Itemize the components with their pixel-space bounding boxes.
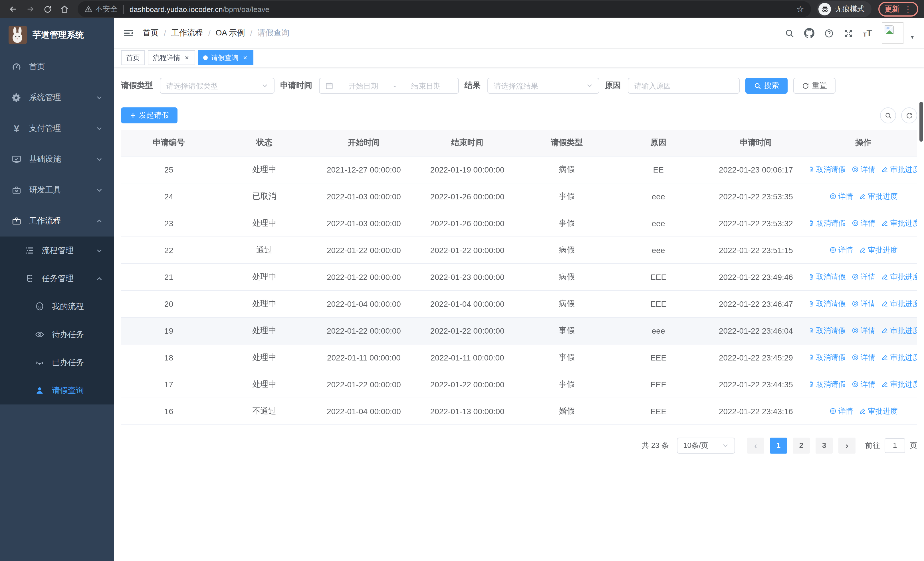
security-warning[interactable]: 不安全 bbox=[84, 4, 118, 14]
detail-action-link[interactable]: 详情 bbox=[852, 325, 876, 335]
page-size-value[interactable] bbox=[683, 441, 718, 450]
sidebar-item-label: 任务管理 bbox=[42, 273, 96, 284]
leave-type-select[interactable] bbox=[160, 78, 274, 94]
sidebar-item-my-process[interactable]: 我的流程 bbox=[0, 292, 114, 320]
search-icon[interactable] bbox=[785, 28, 795, 38]
close-icon[interactable]: × bbox=[184, 54, 190, 62]
page-button-2[interactable]: 2 bbox=[793, 437, 810, 453]
detail-action-link[interactable]: 详情 bbox=[852, 298, 876, 309]
browser-menu-icon[interactable]: ⋮ bbox=[904, 5, 912, 14]
incognito-label: 无痕模式 bbox=[835, 4, 865, 14]
sidebar-item-system[interactable]: 系统管理 bbox=[0, 82, 114, 113]
reset-button[interactable]: 重置 bbox=[793, 78, 836, 94]
sidebar-item-devtools[interactable]: 研发工具 bbox=[0, 175, 114, 206]
sidebar-item-process-management[interactable]: 流程管理 bbox=[0, 236, 114, 265]
cancel-action-link[interactable]: 取消请假 bbox=[810, 298, 846, 309]
create-leave-button[interactable]: 发起请假 bbox=[121, 107, 177, 123]
browser-forward-icon[interactable] bbox=[23, 2, 38, 17]
cancel-action-link[interactable]: 取消请假 bbox=[810, 325, 846, 335]
cancel-action-link[interactable]: 取消请假 bbox=[810, 164, 846, 174]
reason-input[interactable] bbox=[634, 81, 734, 90]
cancel-action-link[interactable]: 取消请假 bbox=[810, 272, 846, 282]
github-icon[interactable] bbox=[804, 28, 814, 38]
sidebar-item-label: 支付管理 bbox=[29, 123, 96, 134]
progress-action-link[interactable]: 审批进度 bbox=[881, 298, 917, 309]
progress-action-link[interactable]: 审批进度 bbox=[881, 218, 917, 228]
help-icon[interactable] bbox=[824, 28, 834, 38]
search-button[interactable]: 搜索 bbox=[746, 78, 788, 94]
fullscreen-icon[interactable] bbox=[843, 28, 853, 38]
trash-icon bbox=[810, 300, 814, 307]
sidebar-item-leave-query[interactable]: 请假查询 bbox=[0, 376, 114, 405]
detail-action-link[interactable]: 详情 bbox=[852, 218, 876, 228]
cell-end: 2022-01-04 00:00:00 bbox=[416, 290, 519, 317]
page-button-3[interactable]: 3 bbox=[816, 437, 832, 453]
progress-action-link[interactable]: 审批进度 bbox=[881, 379, 917, 390]
sidebar-item-home[interactable]: 首页 bbox=[0, 51, 114, 82]
detail-action-link[interactable]: 详情 bbox=[829, 406, 853, 416]
breadcrumb-item[interactable]: 首页 bbox=[142, 28, 159, 38]
font-size-icon[interactable]: TT bbox=[863, 29, 872, 38]
page-scrollbar[interactable] bbox=[920, 102, 923, 142]
omnibox-divider bbox=[123, 5, 124, 14]
detail-action-link[interactable]: 详情 bbox=[829, 191, 853, 202]
progress-action-link[interactable]: 审批进度 bbox=[859, 191, 898, 202]
browser-home-icon[interactable] bbox=[57, 2, 72, 17]
result-select[interactable] bbox=[488, 78, 599, 94]
detail-action-link[interactable]: 详情 bbox=[852, 379, 876, 390]
date-start-input[interactable] bbox=[337, 81, 390, 90]
progress-action-link[interactable]: 审批进度 bbox=[859, 406, 898, 416]
detail-action-link[interactable]: 详情 bbox=[852, 164, 876, 174]
page-size-select[interactable] bbox=[677, 437, 735, 453]
close-icon[interactable]: × bbox=[242, 54, 248, 62]
detail-action-link[interactable]: 详情 bbox=[852, 272, 876, 282]
chevron-down-icon bbox=[96, 125, 103, 132]
prev-page-button[interactable]: ‹ bbox=[747, 437, 764, 453]
browser-update-button[interactable]: 更新 ⋮ bbox=[878, 2, 918, 17]
url-host: dashboard.yudao.iocoder.cn bbox=[129, 5, 223, 14]
browser-back-icon[interactable] bbox=[6, 2, 21, 17]
avatar[interactable] bbox=[882, 22, 903, 44]
breadcrumb-item[interactable]: OA 示例 bbox=[216, 28, 245, 38]
sidebar-item-todo-tasks[interactable]: 待办任务 bbox=[0, 320, 114, 349]
progress-action-link[interactable]: 审批进度 bbox=[881, 352, 917, 362]
cancel-action-link[interactable]: 取消请假 bbox=[810, 352, 846, 362]
date-end-input[interactable] bbox=[399, 81, 453, 90]
sidebar-item-workflow[interactable]: 工作流程 bbox=[0, 206, 114, 236]
browser-reload-icon[interactable] bbox=[40, 2, 55, 17]
filter-result: 结果 bbox=[465, 78, 599, 94]
sidebar-item-infrastructure[interactable]: 基础设施 bbox=[0, 144, 114, 175]
progress-action-link[interactable]: 审批进度 bbox=[881, 325, 917, 335]
detail-action-link[interactable]: 详情 bbox=[829, 245, 853, 255]
tab-leave-query[interactable]: 请假查询 × bbox=[198, 50, 254, 65]
column-header-actions: 操作 bbox=[810, 130, 917, 156]
progress-action-link[interactable]: 审批进度 bbox=[859, 245, 898, 255]
toggle-search-button[interactable] bbox=[880, 107, 896, 123]
cell-type: 事假 bbox=[519, 210, 615, 236]
tab-label: 请假查询 bbox=[211, 53, 238, 63]
cancel-action-link[interactable]: 取消请假 bbox=[810, 379, 846, 390]
refresh-table-button[interactable] bbox=[901, 107, 917, 123]
tab-home[interactable]: 首页 bbox=[121, 50, 145, 65]
sidebar-item-task-management[interactable]: 任务管理 bbox=[0, 265, 114, 292]
sidebar-item-done-tasks[interactable]: 已办任务 bbox=[0, 349, 114, 376]
next-page-button[interactable]: › bbox=[838, 437, 855, 453]
result-select-input[interactable] bbox=[494, 81, 583, 90]
sidebar-collapse-icon[interactable] bbox=[123, 28, 134, 38]
goto-page-input[interactable] bbox=[885, 438, 905, 453]
detail-action-link[interactable]: 详情 bbox=[852, 352, 876, 362]
date-range-picker[interactable]: - bbox=[319, 78, 459, 94]
bookmark-star-icon[interactable]: ☆ bbox=[796, 4, 804, 14]
leave-type-select-input[interactable] bbox=[166, 81, 258, 90]
avatar-caret-icon[interactable]: ▼ bbox=[910, 34, 915, 40]
page-button-1[interactable]: 1 bbox=[770, 437, 787, 453]
browser-address-bar[interactable]: 不安全 dashboard.yudao.iocoder.cn/bpm/oa/le… bbox=[78, 1, 811, 17]
cell-reason: EEE bbox=[615, 344, 702, 371]
sidebar-item-payment[interactable]: ¥ 支付管理 bbox=[0, 113, 114, 144]
breadcrumb-separator: / bbox=[208, 29, 211, 38]
breadcrumb-item[interactable]: 工作流程 bbox=[171, 28, 203, 38]
progress-action-link[interactable]: 审批进度 bbox=[881, 164, 917, 174]
cancel-action-link[interactable]: 取消请假 bbox=[810, 218, 846, 228]
progress-action-link[interactable]: 审批进度 bbox=[881, 272, 917, 282]
tab-process-detail[interactable]: 流程详情 × bbox=[148, 50, 195, 65]
